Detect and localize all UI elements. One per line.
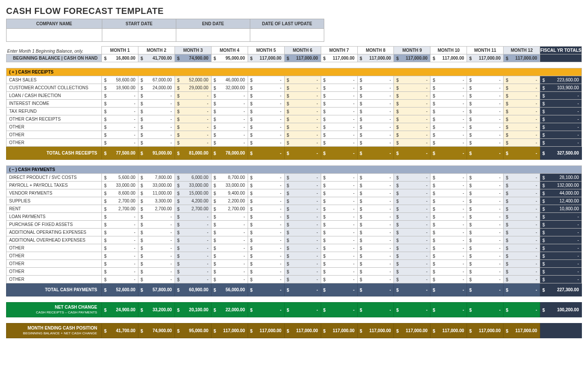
value-cell[interactable]: $2,700.00: [138, 205, 175, 213]
value-cell[interactable]: $-: [504, 182, 540, 189]
value-cell[interactable]: $-: [394, 221, 430, 229]
value-cell[interactable]: $-: [394, 174, 430, 182]
value-cell[interactable]: $-: [467, 115, 504, 123]
value-cell[interactable]: $-: [357, 189, 394, 197]
value-cell[interactable]: $-: [357, 221, 394, 229]
value-cell[interactable]: $-: [248, 189, 284, 197]
value-cell[interactable]: $-: [284, 100, 321, 108]
value-cell[interactable]: $-: [394, 197, 430, 205]
value-cell[interactable]: $-: [357, 268, 394, 276]
value-cell[interactable]: $-: [284, 221, 321, 229]
value-cell[interactable]: $-: [175, 100, 211, 108]
value-cell[interactable]: $-: [248, 100, 284, 108]
value-cell[interactable]: $-: [357, 229, 394, 236]
value-cell[interactable]: $-: [430, 108, 467, 115]
value-cell[interactable]: $-: [284, 182, 321, 189]
value-cell[interactable]: $-: [138, 92, 175, 100]
value-cell[interactable]: $-: [430, 100, 467, 108]
value-cell[interactable]: $5,600.00: [102, 174, 138, 182]
value-cell[interactable]: $-: [394, 205, 430, 213]
value-cell[interactable]: $-: [211, 131, 248, 139]
value-cell[interactable]: $-: [467, 182, 504, 189]
value-cell[interactable]: $-: [102, 92, 138, 100]
value-cell[interactable]: $-: [394, 123, 430, 131]
value-cell[interactable]: $-: [430, 84, 467, 92]
value-cell[interactable]: $-: [357, 276, 394, 283]
value-cell[interactable]: $-: [394, 100, 430, 108]
value-cell[interactable]: $3,300.00: [138, 197, 175, 205]
value-cell[interactable]: $-: [175, 221, 211, 229]
value-cell[interactable]: $-: [284, 123, 321, 131]
value-cell[interactable]: $-: [467, 244, 504, 252]
value-cell[interactable]: $-: [138, 260, 175, 268]
value-cell[interactable]: $-: [138, 229, 175, 236]
value-cell[interactable]: $-: [467, 123, 504, 131]
value-cell[interactable]: $-: [430, 174, 467, 182]
value-cell[interactable]: $-: [394, 268, 430, 276]
value-cell[interactable]: $-: [138, 131, 175, 139]
value-cell[interactable]: $-: [321, 276, 357, 283]
value-cell[interactable]: $-: [504, 213, 540, 221]
value-cell[interactable]: $-: [248, 252, 284, 260]
value-cell[interactable]: $-: [102, 229, 138, 236]
value-cell[interactable]: $-: [102, 244, 138, 252]
value-cell[interactable]: $-: [211, 123, 248, 131]
value-cell[interactable]: $-: [284, 244, 321, 252]
value-cell[interactable]: $-: [284, 108, 321, 115]
value-cell[interactable]: $-: [467, 268, 504, 276]
value-cell[interactable]: $-: [394, 139, 430, 147]
value-cell[interactable]: $-: [175, 276, 211, 283]
value-cell[interactable]: $-: [467, 205, 504, 213]
value-cell[interactable]: $-: [430, 76, 467, 84]
value-cell[interactable]: $-: [248, 115, 284, 123]
value-cell[interactable]: $-: [248, 139, 284, 147]
value-cell[interactable]: $-: [430, 252, 467, 260]
value-cell[interactable]: $6,000.00: [175, 174, 211, 182]
value-cell[interactable]: $-: [504, 221, 540, 229]
value-cell[interactable]: $58,600.00: [102, 76, 138, 84]
value-cell[interactable]: $-: [321, 205, 357, 213]
value-cell[interactable]: $-: [248, 197, 284, 205]
value-cell[interactable]: $-: [467, 76, 504, 84]
value-cell[interactable]: $-: [430, 221, 467, 229]
value-cell[interactable]: $-: [248, 123, 284, 131]
value-cell[interactable]: $-: [467, 229, 504, 236]
value-cell[interactable]: $-: [394, 131, 430, 139]
meta-value-cell[interactable]: [7, 29, 102, 42]
value-cell[interactable]: $-: [357, 174, 394, 182]
value-cell[interactable]: $-: [248, 84, 284, 92]
value-cell[interactable]: $-: [284, 205, 321, 213]
value-cell[interactable]: $-: [504, 205, 540, 213]
value-cell[interactable]: $-: [102, 100, 138, 108]
value-cell[interactable]: $-: [321, 100, 357, 108]
value-cell[interactable]: $-: [430, 197, 467, 205]
value-cell[interactable]: $-: [175, 123, 211, 131]
value-cell[interactable]: $-: [284, 84, 321, 92]
value-cell[interactable]: $-: [467, 221, 504, 229]
value-cell[interactable]: $7,800.00: [138, 174, 175, 182]
value-cell[interactable]: $-: [467, 174, 504, 182]
value-cell[interactable]: $-: [211, 221, 248, 229]
value-cell[interactable]: $8,600.00: [102, 189, 138, 197]
value-cell[interactable]: $-: [138, 221, 175, 229]
value-cell[interactable]: $-: [394, 236, 430, 244]
value-cell[interactable]: $-: [504, 174, 540, 182]
value-cell[interactable]: $-: [321, 174, 357, 182]
value-cell[interactable]: $-: [357, 131, 394, 139]
value-cell[interactable]: $-: [357, 236, 394, 244]
value-cell[interactable]: $-: [504, 84, 540, 92]
value-cell[interactable]: $-: [504, 108, 540, 115]
value-cell[interactable]: $2,700.00: [102, 205, 138, 213]
value-cell[interactable]: $-: [248, 174, 284, 182]
value-cell[interactable]: $-: [504, 131, 540, 139]
value-cell[interactable]: $-: [504, 260, 540, 268]
value-cell[interactable]: $-: [394, 229, 430, 236]
value-cell[interactable]: $9,400.00: [211, 189, 248, 197]
value-cell[interactable]: $-: [102, 268, 138, 276]
value-cell[interactable]: $-: [175, 260, 211, 268]
value-cell[interactable]: $-: [467, 276, 504, 283]
value-cell[interactable]: $-: [357, 197, 394, 205]
value-cell[interactable]: $-: [284, 76, 321, 84]
value-cell[interactable]: $-: [211, 139, 248, 147]
value-cell[interactable]: $2,700.00: [102, 197, 138, 205]
